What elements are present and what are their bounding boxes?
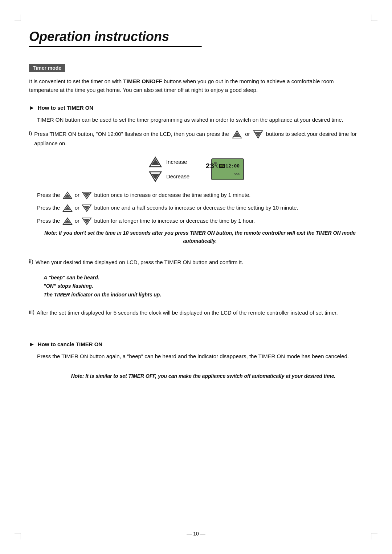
press-block-3: Press the or button for a longer time to…: [37, 216, 363, 226]
page-title: Operation instructions: [29, 29, 191, 47]
intro-text: It is convenient to set the timer on wit…: [29, 77, 363, 94]
down-btn-inline-4: [82, 217, 92, 225]
step-ii-content: When your desired time displayed on LCD,…: [36, 258, 363, 267]
step-iii-label: iil): [29, 309, 34, 315]
press-block-1: Press the or button once to increase or …: [37, 190, 363, 200]
corner-mark-bl-h: [15, 534, 21, 534]
step-i: i) Press TIMER ON button, "ON 12:00" fla…: [29, 130, 363, 148]
section-heading: Timer mode: [29, 64, 65, 72]
increase-label: Increase: [166, 159, 187, 165]
down-btn-inline-2: [82, 191, 92, 199]
corner-mark-tr-h: [371, 20, 377, 20]
up-arrow-icon: [148, 156, 163, 168]
lcd-display: ❄ 23 ℃ ON 12:00 >>>: [211, 158, 244, 180]
decrease-label: Decrease: [166, 173, 189, 179]
down-btn-inline-1: [252, 130, 264, 139]
lcd-time: 12:00: [225, 163, 240, 169]
step-iii: iil) After the set timer displayed for 5…: [29, 308, 363, 325]
page-number: — 10 —: [187, 531, 205, 537]
up-btn-inline-1: [231, 130, 243, 139]
step-ii: ii) When your desired time displayed on …: [29, 258, 363, 270]
beep-lines: A "beep" can be heard. "ON" stops flashi…: [44, 274, 363, 299]
down-btn-inline-3: [82, 204, 92, 212]
up-btn-inline-3: [62, 204, 73, 212]
lcd-on-indicator: ON: [219, 164, 225, 168]
step-i-label: i): [29, 130, 32, 136]
arrow-right-icon: ►: [29, 105, 35, 111]
diagram-area: Increase Decrease ❄ 23 ℃ ON 12:00: [29, 156, 363, 182]
beep-line-1: A "beep" can be heard.: [44, 274, 363, 282]
step-iii-content: After the set timer displayed for 5 seco…: [37, 308, 363, 318]
step-ii-label: ii): [29, 258, 33, 264]
button-labels: Increase Decrease: [148, 156, 189, 182]
lcd-temp: 23: [205, 162, 214, 170]
cancle-text: Press the TIMER ON button again, a "beep…: [37, 352, 363, 361]
page: Operation instructions Timer mode It is …: [0, 0, 392, 554]
beep-line-3: The TIMER indicator on the indoor unit l…: [44, 291, 363, 299]
how-to-cancle-heading: ► How to cancle TIMER ON: [29, 341, 363, 348]
note-block-bottom: Note: It is similar to set TIMER OFF, yo…: [44, 372, 363, 380]
corner-mark-br-h: [371, 534, 377, 534]
how-to-set-subtext: TIMER ON button can be used to set the t…: [37, 116, 363, 125]
step-i-content: Press TIMER ON button, "ON 12:00" flashe…: [34, 130, 363, 148]
note-block-1: Note: If you don't set the time in 10 se…: [37, 229, 363, 245]
up-btn-inline-2: [62, 191, 73, 199]
increase-row: Increase: [148, 156, 189, 168]
how-to-set-heading: ► How to set TIMER ON: [29, 105, 363, 111]
lcd-arrows-bottom: >>>: [234, 173, 240, 177]
corner-mark-tl-h: [15, 20, 21, 20]
beep-line-2: "ON" stops flashing.: [44, 282, 363, 291]
down-arrow-icon: [148, 171, 163, 182]
press-block-2: Press the or button one and a half secon…: [37, 203, 363, 213]
decrease-row: Decrease: [148, 171, 189, 182]
arrow-right-icon-2: ►: [29, 341, 35, 348]
up-btn-inline-4: [62, 217, 73, 225]
